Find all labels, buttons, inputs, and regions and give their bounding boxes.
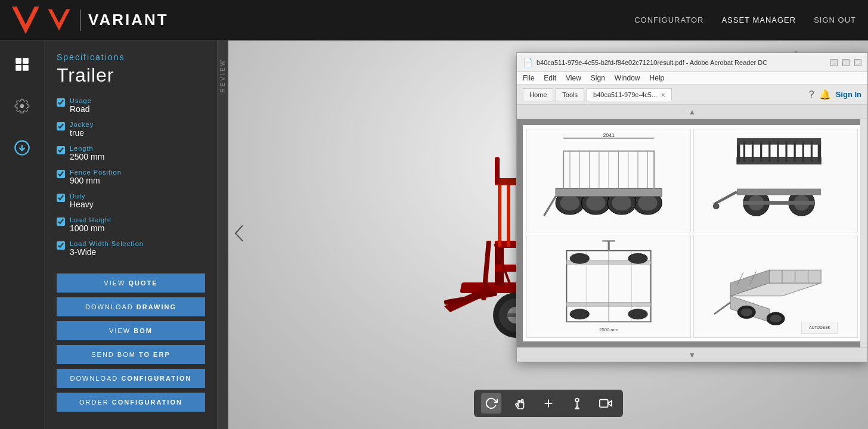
spec-title: Trailer (57, 64, 205, 86)
icon-sidebar (0, 41, 45, 429)
length-value: 2500 mm (70, 152, 104, 161)
main-layout: Specifications Trailer Usage Road Jockey… (0, 41, 868, 429)
usage-value: Road (70, 104, 92, 114)
top-navigation: VARIANT CONFIGURATOR ASSET MANAGER SIGN … (0, 0, 868, 41)
download-icon-btn[interactable] (10, 136, 34, 160)
jockey-checkbox[interactable] (57, 122, 65, 130)
download-drawing-button[interactable]: DOWNLOAD DRAWING (57, 297, 205, 316)
nav-links: CONFIGURATOR ASSET MANAGER SIGN OUT (634, 15, 856, 24)
down-arrow-icon: ▼ (689, 351, 696, 359)
svg-rect-32 (495, 157, 500, 184)
isometric-view-drawing: AUTODESK (693, 235, 858, 338)
length-checkbox[interactable] (57, 146, 65, 154)
duty-checkbox[interactable] (57, 194, 65, 202)
side-view-drawing (693, 129, 858, 232)
pdf-signin-link[interactable]: Sign In (836, 90, 861, 99)
spec-label: Specifications (57, 52, 205, 62)
grid-icon (14, 57, 30, 72)
svg-rect-92 (760, 142, 762, 163)
svg-rect-89 (737, 138, 821, 145)
fence-position-checkbox[interactable] (57, 170, 65, 178)
svg-point-115 (570, 253, 590, 263)
minimize-button[interactable]: — (830, 59, 838, 66)
pdf-scroll-top: ▲ (517, 105, 867, 119)
camera-tool-btn[interactable] (596, 393, 616, 414)
svg-rect-93 (768, 142, 770, 163)
order-config-button[interactable]: ORDER CONFIGURATION (57, 393, 205, 412)
settings-icon (14, 98, 30, 114)
svg-point-66 (638, 195, 658, 211)
svg-rect-86 (737, 158, 821, 164)
load-height-checkbox[interactable] (57, 217, 65, 226)
send-bom-button[interactable]: SEND BOM TO ERP (57, 345, 205, 364)
person-tool-btn[interactable] (567, 393, 587, 414)
asset-manager-link[interactable]: ASSET MANAGER (721, 15, 796, 24)
edit-menu[interactable]: Edit (544, 74, 556, 82)
usage-content: Usage Road (70, 97, 92, 114)
pdf-bell-icon[interactable]: 🔔 (819, 89, 831, 100)
svg-point-70 (612, 195, 631, 211)
usage-checkbox[interactable] (57, 98, 65, 107)
view-quote-button[interactable]: VIEW QUOTE (57, 273, 205, 293)
help-menu[interactable]: Help (650, 74, 665, 82)
svg-rect-96 (793, 142, 795, 163)
zoom-tool-btn[interactable] (538, 393, 559, 414)
svg-rect-4 (23, 58, 29, 64)
load-height-value: 1000 mm (70, 223, 111, 233)
pdf-file-icon: 📄 (523, 58, 533, 67)
pdf-menubar: File Edit View Sign Window Help (517, 72, 867, 85)
load-width-spec-item: Load Width Selection 3-Wide (57, 240, 205, 257)
svg-point-64 (560, 195, 580, 211)
rotate-tool-btn[interactable] (481, 393, 501, 414)
side-view-svg (698, 132, 853, 229)
usage-spec-item: Usage Road (57, 97, 205, 114)
file-menu[interactable]: File (523, 74, 534, 82)
length-label: Length (70, 145, 104, 152)
duty-spec-item: Duty Heavy (57, 192, 205, 209)
pdf-titlebar: 📄 b40ca511-979e-4c55-b2fd-f84e02c71210re… (517, 53, 867, 72)
pdf-home-tab-label: Home (529, 91, 547, 98)
pdf-home-tab[interactable]: Home (523, 88, 553, 101)
pan-tool-btn[interactable] (510, 393, 530, 414)
fence-position-value: 900 mm (70, 176, 122, 185)
pdf-window-controls: — □ ✕ (830, 59, 861, 66)
pdf-file-tab[interactable]: b40ca511-979e-4c5... ✕ (587, 88, 672, 101)
window-menu[interactable]: Window (615, 74, 640, 82)
sign-out-link[interactable]: SIGN OUT (814, 15, 856, 24)
duty-content: Duty Heavy (70, 192, 94, 209)
viewport[interactable]: VIMER FRONT RIGH (228, 41, 868, 429)
pdf-titlebar-left: 📄 b40ca511-979e-4c55-b2fd-f84e02c71210re… (523, 58, 767, 67)
length-content: Length 2500 mm (70, 145, 104, 161)
svg-point-7 (20, 104, 24, 108)
view-menu[interactable]: View (566, 74, 581, 82)
svg-rect-6 (23, 65, 29, 71)
svg-line-105 (714, 192, 737, 204)
action-buttons: VIEW QUOTE DOWNLOAD DRAWING VIEW BOM SEN… (57, 273, 205, 412)
load-width-checkbox[interactable] (57, 241, 65, 250)
pdf-tools-tab[interactable]: Tools (556, 88, 584, 101)
svg-rect-98 (811, 142, 813, 163)
pdf-tab-actions: ? 🔔 Sign In (809, 89, 861, 100)
pdf-scrollbar[interactable] (860, 119, 867, 347)
download-config-button[interactable]: DOWNLOAD CONFIGURATION (57, 369, 205, 388)
grid-icon-btn[interactable] (10, 52, 34, 76)
sign-menu[interactable]: Sign (591, 74, 605, 82)
fence-position-label: Fence Position (70, 169, 122, 176)
variant-logo-v (12, 7, 39, 34)
bottom-front-svg: 2500 mm (531, 238, 686, 335)
settings-icon-btn[interactable] (10, 94, 34, 118)
duty-label: Duty (70, 192, 94, 200)
svg-marker-2 (48, 9, 70, 30)
configurator-link[interactable]: CONFIGURATOR (634, 15, 703, 24)
svg-rect-15 (498, 181, 501, 247)
close-button[interactable]: ✕ (854, 59, 861, 66)
pdf-tab-close-btn[interactable]: ✕ (661, 92, 665, 98)
maximize-button[interactable]: □ (842, 59, 850, 66)
load-height-label: Load Height (70, 216, 111, 223)
pdf-help-icon[interactable]: ? (809, 89, 814, 100)
svg-point-132 (770, 315, 782, 322)
view-bom-button[interactable]: VIEW BOM (57, 321, 205, 340)
svg-rect-16 (507, 181, 510, 247)
v-logo-icon (45, 7, 73, 34)
svg-text:AUTODESK: AUTODESK (809, 325, 830, 329)
